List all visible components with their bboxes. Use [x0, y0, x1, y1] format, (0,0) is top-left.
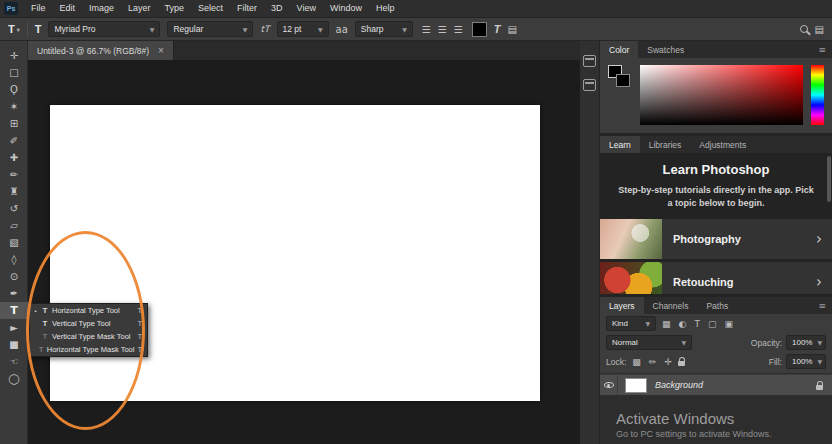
smart-object-filter-icon[interactable]: ▣ — [722, 319, 735, 329]
topic-retouching[interactable]: Retouching › — [600, 262, 832, 294]
panel-menu-icon[interactable]: ≡ — [818, 297, 832, 314]
workspace-switcher-icon[interactable]: ▤ — [815, 24, 824, 35]
tool-quick-selection[interactable]: ✶ — [0, 98, 28, 115]
learn-title: Learn Photoshop — [600, 162, 832, 177]
tab-adjustments[interactable]: Adjustments — [690, 136, 755, 153]
eraser-tool-icon: ▱ — [10, 221, 18, 231]
eye-icon — [604, 382, 614, 388]
tool-gradient[interactable]: ▧ — [0, 234, 28, 251]
flyout-item-label: Vertical Type Tool — [52, 319, 134, 328]
background-color-swatch[interactable] — [616, 74, 630, 87]
tool-dodge[interactable]: ⊙ — [0, 268, 28, 285]
tool-history-brush[interactable]: ↺ — [0, 200, 28, 217]
font-family-select[interactable]: Myriad Pro ▼ — [48, 21, 160, 37]
lock-position-icon[interactable]: ✛ — [662, 357, 674, 367]
menu-3d[interactable]: 3D — [264, 0, 290, 17]
blend-mode-select[interactable]: Normal ▼ — [606, 335, 692, 350]
tool-blur[interactable]: ◊ — [0, 251, 28, 268]
tool-eraser[interactable]: ▱ — [0, 217, 28, 234]
menu-edit[interactable]: Edit — [53, 0, 83, 17]
layers-panel: Layers Channels Paths ≡ Kind ▼ ▦ ◐ T ▢ ▣ — [600, 297, 832, 444]
menu-type[interactable]: Type — [158, 0, 192, 17]
text-orientation-button[interactable]: T — [35, 23, 42, 35]
lock-pixels-icon[interactable]: ✏ — [647, 357, 659, 367]
menu-image[interactable]: Image — [82, 0, 121, 17]
anti-alias-select[interactable]: Sharp ▼ — [355, 21, 413, 37]
flyout-item-horizontal-type-tool[interactable]: • T Horizontal Type Tool T — [30, 304, 147, 317]
text-color-swatch[interactable] — [472, 22, 487, 37]
tool-brush[interactable]: ✏ — [0, 166, 28, 183]
topic-photography[interactable]: Photography › — [600, 219, 832, 259]
tool-move[interactable]: ✛ — [0, 47, 28, 64]
lock-all-icon[interactable] — [678, 361, 685, 366]
tool-healing-brush[interactable]: ✚ — [0, 149, 28, 166]
menu-view[interactable]: View — [290, 0, 323, 17]
lock-label: Lock: — [606, 357, 626, 367]
align-center-button[interactable]: ☰ — [436, 23, 449, 36]
adjustment-filter-icon[interactable]: ◐ — [677, 319, 689, 329]
tab-swatches[interactable]: Swatches — [638, 41, 693, 58]
tab-channels[interactable]: Channels — [644, 297, 698, 314]
document-tab[interactable]: Untitled-3 @ 66.7% (RGB/8#) × — [28, 41, 174, 60]
tool-eyedropper[interactable]: ✐ — [0, 132, 28, 149]
font-size-select[interactable]: 12 pt ▼ — [277, 21, 329, 37]
divider — [600, 373, 832, 374]
close-icon[interactable]: × — [158, 45, 164, 56]
menu-help[interactable]: Help — [369, 0, 402, 17]
align-right-button[interactable]: ☰ — [452, 23, 465, 36]
panel-dock — [580, 41, 600, 444]
collapsed-panel-icon-2[interactable] — [583, 79, 596, 91]
panel-menu-icon[interactable]: ≡ — [818, 41, 832, 58]
menu-select[interactable]: Select — [191, 0, 230, 17]
toggle-panels-button[interactable]: ▤ — [507, 24, 516, 35]
tool-lasso[interactable]: Ϙ — [0, 81, 28, 98]
menu-filter[interactable]: Filter — [230, 0, 264, 17]
tool-preset-picker[interactable]: T ▾ — [8, 23, 20, 35]
menu-layer[interactable]: Layer — [121, 0, 158, 17]
eyedropper-tool-icon: ✐ — [10, 136, 18, 146]
shape-filter-icon[interactable]: ▢ — [706, 319, 719, 329]
tool-shape[interactable]: ■ — [0, 336, 28, 353]
saturation-brightness-picker[interactable] — [640, 65, 803, 125]
flyout-item-vertical-type-tool[interactable]: T Vertical Type Tool T — [30, 317, 147, 330]
tool-hand[interactable]: ☜ — [0, 353, 28, 370]
menu-window[interactable]: Window — [323, 0, 369, 17]
font-style-value: Regular — [173, 24, 203, 34]
tab-libraries[interactable]: Libraries — [640, 136, 691, 153]
pixel-filter-icon[interactable]: ▦ — [660, 319, 673, 329]
flyout-item-vertical-type-mask-tool[interactable]: T Vertical Type Mask Tool T — [30, 330, 147, 343]
layers-filter-row: Kind ▼ ▦ ◐ T ▢ ▣ — [600, 314, 832, 333]
tab-paths[interactable]: Paths — [697, 297, 737, 314]
tool-crop[interactable]: ⊞ — [0, 115, 28, 132]
visibility-toggle[interactable] — [600, 375, 618, 395]
fill-select[interactable]: 100% ▼ — [786, 354, 826, 369]
font-style-select[interactable]: Regular ▼ — [167, 21, 253, 37]
tool-zoom[interactable]: ◯ — [0, 370, 28, 387]
lock-transparency-icon[interactable]: ▩ — [630, 357, 643, 367]
tab-color[interactable]: Color — [600, 41, 638, 58]
hand-tool-icon: ☜ — [10, 357, 19, 367]
collapsed-panel-icon-1[interactable] — [583, 55, 596, 67]
layer-row-background[interactable]: Background — [600, 375, 832, 395]
opacity-label: Opacity: — [751, 338, 782, 348]
tool-clone-stamp[interactable]: ♜ — [0, 183, 28, 200]
opacity-select[interactable]: 100% ▼ — [786, 335, 826, 350]
divider — [27, 22, 28, 37]
layer-thumbnail[interactable] — [625, 378, 647, 393]
search-icon[interactable] — [800, 25, 808, 33]
tab-learn[interactable]: Learn — [600, 136, 640, 153]
tool-type[interactable]: T — [0, 302, 28, 319]
warp-text-button[interactable]: T — [494, 23, 501, 35]
tool-pen[interactable]: ✒ — [0, 285, 28, 302]
menu-file[interactable]: File — [24, 0, 53, 17]
kind-filter-select[interactable]: Kind ▼ — [606, 316, 656, 331]
hue-slider[interactable] — [811, 65, 824, 125]
type-filter-icon[interactable]: T — [692, 319, 702, 329]
scrollbar-thumb[interactable] — [827, 156, 831, 202]
tool-path-selection[interactable]: ► — [0, 319, 28, 336]
tool-marquee[interactable]: □ — [0, 64, 28, 81]
tab-layers[interactable]: Layers — [600, 297, 644, 314]
watermark-subtitle: Go to PC settings to activate Windows. — [616, 429, 772, 439]
align-left-button[interactable]: ☰ — [420, 23, 433, 36]
flyout-item-horizontal-type-mask-tool[interactable]: T Horizontal Type Mask Tool T — [30, 343, 147, 356]
